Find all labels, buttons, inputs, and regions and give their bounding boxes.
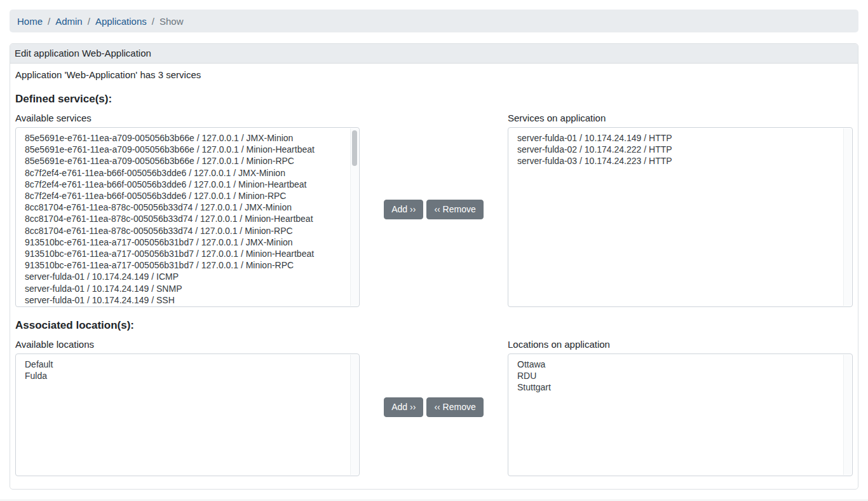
scrollbar-track[interactable] [843,355,851,475]
services-dual-list: Available services 85e5691e-e761-11ea-a7… [15,112,853,307]
list-option[interactable]: server-fulda-03 / 10.174.24.223 / HTTP [517,155,839,167]
list-option[interactable]: 8c7f2ef4-e761-11ea-b66f-005056b3dde6 / 1… [25,167,346,179]
breadcrumb-separator: / [43,16,55,27]
scrollbar-track[interactable] [350,128,358,306]
scrollbar-track[interactable] [843,128,851,306]
breadcrumb-link-admin[interactable]: Admin [55,16,83,27]
list-option[interactable]: RDU [517,370,839,381]
locations-dual-list: Available locations DefaultFulda Add ›› … [15,338,853,476]
list-option[interactable]: 85e5691e-e761-11ea-a709-005056b3b66e / 1… [25,132,346,144]
available-locations-listbox[interactable]: DefaultFulda [15,353,360,476]
scrollbar-track[interactable] [350,355,358,475]
services-add-button[interactable]: Add ›› [384,200,423,219]
available-services-column: Available services 85e5691e-e761-11ea-a7… [15,112,360,307]
assigned-locations-column: Locations on application OttawaRDUStuttg… [508,338,853,476]
card-header-title: Edit application Web-Application [10,44,858,64]
list-option[interactable]: server-fulda-01 / 10.174.24.149 / SNMP [25,283,346,294]
locations-remove-button[interactable]: ‹‹ Remove [426,397,483,417]
locations-add-button[interactable]: Add ›› [384,397,423,417]
edit-application-card: Edit application Web-Application Applica… [10,43,858,490]
available-services-listbox[interactable]: 85e5691e-e761-11ea-a709-005056b3b66e / 1… [15,127,360,307]
list-option[interactable]: 85e5691e-e761-11ea-a709-005056b3b66e / 1… [25,144,346,155]
services-remove-button[interactable]: ‹‹ Remove [426,200,483,219]
breadcrumb-current-show: Show [159,16,184,27]
list-option[interactable]: 8cc81704-e761-11ea-878c-005056b33d74 / 1… [25,202,346,213]
page: Home / Admin / Applications / Show Edit … [0,0,868,490]
list-option[interactable]: 85e5691e-e761-11ea-a709-005056b3b66e / 1… [25,155,346,167]
breadcrumb: Home / Admin / Applications / Show [10,10,858,32]
services-on-application-label: Services on application [508,112,853,124]
available-locations-label: Available locations [15,338,360,350]
locations-on-application-label: Locations on application [508,338,853,350]
breadcrumb-link-applications[interactable]: Applications [95,16,147,27]
application-summary: Application 'Web-Application' has 3 serv… [15,69,853,81]
list-option[interactable]: server-fulda-01 / 10.174.24.149 / HTTP [517,132,839,144]
defined-services-heading: Defined service(s): [15,92,853,106]
page-bottom-divider [0,500,868,500]
list-option[interactable]: Stuttgart [517,381,839,393]
list-option[interactable]: Ottawa [517,359,839,370]
list-option[interactable]: 913510bc-e761-11ea-a717-005056b31bd7 / 1… [25,259,346,271]
services-on-application-listbox[interactable]: server-fulda-01 / 10.174.24.149 / HTTPse… [508,127,853,307]
list-option[interactable]: 8cc81704-e761-11ea-878c-005056b33d74 / 1… [25,225,346,237]
list-option[interactable]: 913510bc-e761-11ea-a717-005056b31bd7 / 1… [25,248,346,259]
scrollbar-thumb[interactable] [352,130,357,166]
list-option[interactable]: 8c7f2ef4-e761-11ea-b66f-005056b3dde6 / 1… [25,190,346,202]
locations-transfer-buttons: Add ›› ‹‹ Remove [360,338,508,476]
list-option[interactable]: 913510bc-e761-11ea-a717-005056b31bd7 / 1… [25,237,346,248]
list-option[interactable]: Default [25,359,346,370]
available-services-label: Available services [15,112,360,124]
list-option[interactable]: server-fulda-01 / 10.174.24.149 / ICMP [25,271,346,282]
locations-on-application-listbox[interactable]: OttawaRDUStuttgart [508,353,853,476]
services-transfer-buttons: Add ›› ‹‹ Remove [360,112,508,307]
available-locations-column: Available locations DefaultFulda [15,338,360,476]
assigned-services-column: Services on application server-fulda-01 … [508,112,853,307]
breadcrumb-link-home[interactable]: Home [17,16,43,27]
list-option[interactable]: server-fulda-01 / 10.174.24.149 / SSH [25,294,346,306]
breadcrumb-separator: / [83,16,95,27]
associated-locations-heading: Associated location(s): [15,319,853,332]
card-body: Application 'Web-Application' has 3 serv… [10,64,858,489]
list-option[interactable]: server-fulda-02 / 10.174.24.222 / HTTP [517,144,839,155]
list-option[interactable]: 8c7f2ef4-e761-11ea-b66f-005056b3dde6 / 1… [25,179,346,190]
list-option[interactable]: Fulda [25,370,346,381]
list-option[interactable]: 8cc81704-e761-11ea-878c-005056b33d74 / 1… [25,213,346,224]
breadcrumb-separator: / [147,16,159,27]
